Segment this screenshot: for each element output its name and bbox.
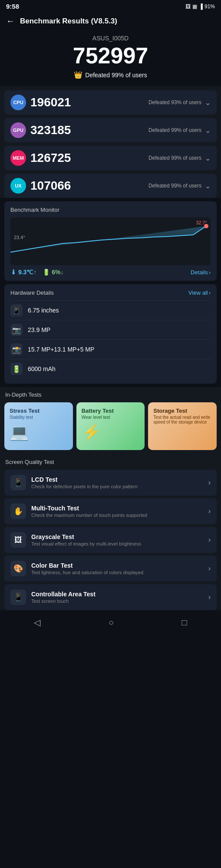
stress-test-icon: 💻 [10, 423, 68, 441]
chart-top-label: 32.7° [196, 220, 207, 225]
controllable-area-test-name: Controllable Area Test [31, 591, 96, 598]
lcd-test-arrow-icon: › [208, 479, 211, 487]
page-title: Benchmark Results (V8.5.3) [20, 17, 117, 26]
status-icons: 🖼 ▦ ▐ 91% [185, 3, 215, 10]
colorbar-test-name: Color Bar Test [31, 562, 143, 569]
battery-test-card[interactable]: Battery Test Wear level test ⚡ [76, 402, 145, 450]
multitouch-test-name: Multi-Touch Test [31, 505, 147, 512]
screen-quality-title: Screen Quality Test [4, 457, 217, 467]
mem-score-value: 126725 [30, 151, 71, 165]
stress-test-card[interactable]: Stress Test Stability test 💻 [4, 402, 73, 450]
battery-value: 6000 mAh [28, 365, 56, 372]
grayscale-test-name: Grayscale Test [31, 533, 141, 540]
benchmark-chart-svg [10, 217, 211, 265]
back-nav-button[interactable]: ◁ [34, 617, 40, 628]
grayscale-test-desc: Test visual effect of images by multi-le… [31, 541, 141, 546]
status-bar: 9:58 🖼 ▦ ▐ 91% [0, 0, 221, 13]
grayscale-test-row[interactable]: 🖼 Grayscale Test Test visual effect of i… [4, 527, 217, 553]
score-cards-container: CPU 196021 Defeated 93% of users ⌄ GPU 3… [0, 86, 221, 198]
hardware-details-card: Hardware Details View all › 📱 6.75 inche… [4, 284, 217, 384]
defeated-label: Defeated 99% of users [85, 72, 147, 79]
grayscale-test-arrow-icon: › [208, 536, 211, 544]
rear-camera-icon: 📸 [10, 343, 23, 355]
front-camera-value: 23.9 MP [28, 326, 50, 333]
cpu-score-card[interactable]: CPU 196021 Defeated 93% of users ⌄ [4, 90, 217, 115]
screenshot-icon: 🖼 [185, 3, 191, 10]
mem-defeated-text: Defeated 99% of users [148, 155, 201, 161]
bottom-nav: ◁ ○ □ [0, 613, 221, 634]
ux-score-card[interactable]: UX 107066 Defeated 99% of users ⌄ [4, 174, 217, 198]
benchmark-monitor-card: Benchmark Monitor 32.7° 23.4° 🌡 9.3℃↑ 🔋 … [4, 201, 217, 281]
battery-test-sublabel: Wear level test [82, 415, 140, 420]
colorbar-test-icon: 🎨 [10, 561, 26, 576]
multitouch-test-icon: ✋ [10, 503, 26, 519]
hw-row-front-camera: 📷 23.9 MP [10, 320, 211, 339]
device-section: ASUS_I005D 752997 👑 Defeated 99% of user… [0, 31, 221, 86]
battery-test-icon: ⚡ [82, 423, 140, 441]
cpu-score-value: 196021 [30, 95, 71, 109]
controllable-area-test-desc: Test screen touch [31, 598, 96, 604]
gpu-defeated-text: Defeated 99% of users [148, 127, 201, 133]
storage-test-label: Storage Test [153, 408, 211, 414]
cpu-chevron-icon: ⌄ [205, 99, 211, 107]
gpu-score-value: 323185 [30, 123, 71, 137]
total-score: 752997 [0, 43, 221, 68]
battery-test-label: Battery Test [82, 408, 140, 414]
front-camera-icon: 📷 [10, 324, 23, 336]
back-button[interactable]: ← [6, 16, 15, 26]
lcd-test-icon: 📱 [10, 475, 26, 490]
controllable-area-test-arrow-icon: › [208, 593, 211, 601]
storage-test-card[interactable]: Storage Test Test the actual read and wr… [148, 402, 217, 450]
details-link[interactable]: Details › [191, 269, 211, 276]
ux-defeated-text: Defeated 99% of users [148, 183, 201, 189]
storage-test-sublabel: Test the actual read and write speed of … [153, 415, 211, 424]
home-nav-button[interactable]: ○ [109, 618, 114, 628]
colorbar-test-desc: Test lightness, hue and saturation of co… [31, 570, 143, 575]
colorbar-test-row[interactable]: 🎨 Color Bar Test Test lightness, hue and… [4, 556, 217, 582]
gpu-chevron-icon: ⌄ [205, 126, 211, 135]
benchmark-monitor-title: Benchmark Monitor [10, 207, 211, 213]
temp-stat: 🌡 9.3℃↑ [10, 269, 36, 276]
multitouch-test-desc: Check the maximum number of touch points… [31, 513, 147, 518]
ux-chevron-icon: ⌄ [205, 182, 211, 190]
benchmark-chart: 32.7° 23.4° [10, 217, 211, 265]
mem-badge: MEM [10, 150, 26, 166]
controllable-area-test-row[interactable]: 📱 Controllable Area Test Test screen tou… [4, 584, 217, 610]
wifi-icon: ▦ [192, 3, 197, 10]
battery-icon: 🔋 [10, 363, 23, 375]
signal-icon: ▐ [199, 3, 203, 10]
gpu-score-card[interactable]: GPU 323185 Defeated 99% of users ⌄ [4, 118, 217, 142]
view-all-link[interactable]: View all › [188, 289, 211, 296]
cpu-defeated-text: Defeated 93% of users [148, 99, 201, 105]
mem-score-card[interactable]: MEM 126725 Defeated 99% of users ⌄ [4, 146, 217, 170]
battery-level: 91% [205, 3, 215, 10]
hw-row-rear-camera: 📸 15.7 MP+13.1 MP+5 MP [10, 339, 211, 359]
chart-stats: 🌡 9.3℃↑ 🔋 6%↓ Details › [10, 269, 211, 276]
recent-nav-button[interactable]: □ [182, 618, 187, 628]
test-cards-container: Stress Test Stability test 💻 Battery Tes… [4, 402, 217, 450]
screen-size-value: 6.75 inches [28, 307, 59, 314]
crown-icon: 👑 [74, 71, 82, 79]
stress-test-label: Stress Test [10, 408, 68, 414]
ux-badge: UX [10, 178, 26, 194]
mem-chevron-icon: ⌄ [205, 154, 211, 162]
indepth-tests-title: In-Depth Tests [4, 391, 217, 398]
gpu-badge: GPU [10, 122, 26, 138]
screen-size-icon: 📱 [10, 304, 23, 316]
cpu-badge: CPU [10, 95, 26, 110]
stress-test-sublabel: Stability test [10, 415, 68, 420]
lcd-test-name: LCD Test [31, 476, 138, 483]
grayscale-test-icon: 🖼 [10, 532, 26, 548]
rear-camera-value: 15.7 MP+13.1 MP+5 MP [28, 346, 94, 353]
status-time: 9:58 [6, 3, 19, 10]
device-name: ASUS_I005D [0, 35, 221, 42]
lcd-test-row[interactable]: 📱 LCD Test Check for defective pixels in… [4, 470, 217, 496]
ux-score-value: 107066 [30, 179, 71, 193]
batt-stat: 🔋 6%↓ [43, 269, 63, 276]
indepth-tests-section: In-Depth Tests Stress Test Stability tes… [0, 387, 221, 454]
hw-row-screen: 📱 6.75 inches [10, 300, 211, 320]
hardware-details-title: Hardware Details [10, 289, 54, 296]
multitouch-test-row[interactable]: ✋ Multi-Touch Test Check the maximum num… [4, 498, 217, 524]
hw-row-battery: 🔋 6000 mAh [10, 359, 211, 378]
screen-quality-section: Screen Quality Test 📱 LCD Test Check for… [0, 454, 221, 610]
